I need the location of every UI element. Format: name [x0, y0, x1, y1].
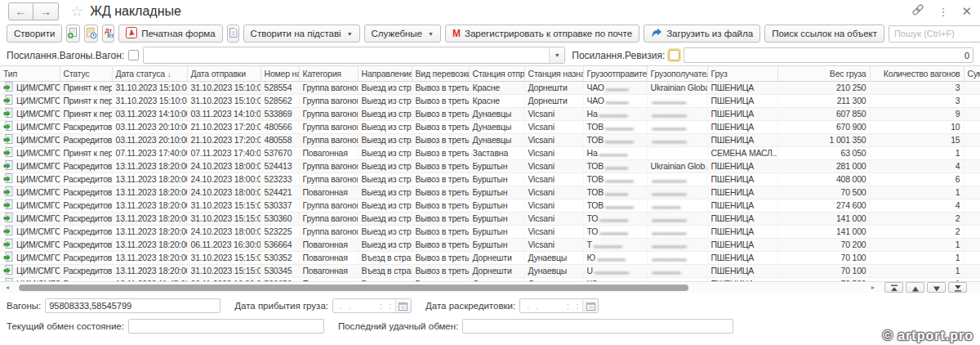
calendar-icon[interactable] [582, 299, 598, 312]
cell-shipper: ТОВ▬▬▬▬▬ [583, 199, 647, 212]
cell-status: Принят к перев... [60, 94, 112, 107]
column-header-9[interactable]: Станция назнач... [524, 66, 583, 81]
current-exchange-input[interactable] [128, 319, 324, 334]
table-row[interactable]: ЦИМ/СМГСРаскредитован13.11.2023 18:20:00… [0, 251, 980, 264]
favorite-star-icon[interactable]: ☆ [70, 2, 83, 20]
cell-send-date: 21.10.2023 17:20:00 [187, 120, 261, 133]
wagons-input[interactable] [45, 298, 220, 313]
cell-direction: Выезд из страны [358, 238, 412, 251]
column-header-3[interactable]: Дата отправки [187, 66, 261, 81]
cell-transport-kind: Вывоз в третьи ... [412, 277, 469, 281]
cell-direction: Выезд из страны [358, 225, 412, 238]
cell-status-date: 13.11.2023 18:20:00 [112, 172, 187, 186]
column-header-8[interactable]: Станция отправ... [469, 66, 524, 81]
back-button[interactable]: ← [8, 2, 33, 20]
table-row[interactable]: ЦИМ/СМГСРаскредитован13.11.2023 18:20:00… [0, 212, 980, 225]
column-header-13[interactable]: Вес груза [777, 66, 870, 81]
forward-button[interactable]: → [33, 2, 59, 20]
calendar-icon[interactable] [395, 299, 411, 312]
go-last-row-button[interactable] [948, 282, 967, 293]
table-row[interactable]: ЦИМ/СМГСРаскредитован13.11.2023 18:20:00… [0, 159, 980, 172]
cell-direction: Выезд из страны [358, 81, 412, 94]
cell-send-date: 24.10.2023 18:00:00 [187, 159, 261, 172]
close-icon[interactable]: ✕ [961, 4, 972, 19]
cell-status-date: 03.11.2023 20:10:00 [112, 133, 187, 146]
service-menu-button[interactable]: Служебные▼ [364, 25, 441, 43]
cell-station-to: Дорнешти [524, 81, 583, 94]
column-header-10[interactable]: Грузоотправите... [583, 66, 647, 81]
table-row[interactable]: ЦИМ/СМГСРаскредитован18.11.2023 11:45:00… [0, 277, 980, 281]
cell-consignee: ▬▬▬▬▬▬ [647, 120, 707, 133]
revision-filter-input[interactable] [684, 47, 973, 63]
document-button[interactable] [227, 25, 239, 43]
table-row[interactable]: ЦИМ/СМГСПринят к перев...31.10.2023 15:1… [0, 94, 980, 107]
column-header-6[interactable]: Направление [358, 66, 412, 81]
column-header-11[interactable]: Грузополучатель [647, 66, 707, 81]
search-links-button[interactable]: Поиск ссылок на объект [764, 25, 884, 43]
create-button[interactable]: Створити [7, 25, 62, 43]
scroll-right-icon[interactable]: ► [868, 285, 878, 290]
cell-number: 480558 [261, 133, 299, 146]
column-header-14[interactable]: Количество вагонов [870, 66, 964, 81]
print-form-button[interactable]: Печатная форма [118, 25, 222, 43]
column-header-2[interactable]: Дата статуса↓ [112, 66, 187, 81]
arrival-date-input[interactable] [333, 299, 395, 312]
table-row[interactable]: ЦИМ/СМГСПринят к перев...31.10.2023 15:1… [0, 81, 980, 94]
column-header-5[interactable]: Категория [299, 66, 358, 81]
table-row[interactable]: ЦИМ/СМГСРаскредитован13.11.2023 18:20:00… [0, 264, 980, 277]
cell-consignee: ▬▬▬▬▬▬ [647, 277, 707, 281]
table-row[interactable]: ЦИМ/СМГСРаскредитован13.11.2023 18:20:00… [0, 186, 980, 199]
cell-shipper: ТОВ▬▬▬▬ [583, 186, 647, 199]
revision-filter-checkbox[interactable] [669, 50, 679, 60]
change-history-button[interactable] [84, 25, 98, 43]
kebab-menu-icon[interactable]: ⋮ [938, 6, 948, 18]
scrollbar-thumb[interactable] [19, 285, 688, 291]
row-down-button[interactable] [927, 282, 946, 293]
scroll-left-icon[interactable]: ◄ [2, 285, 12, 290]
back-arrow-icon: ← [16, 5, 27, 18]
wagon-filter-checkbox[interactable] [128, 50, 139, 60]
table-row[interactable]: ЦИМ/СМГСРаскредитован13.11.2023 18:20:00… [0, 225, 980, 238]
copy-document-button[interactable] [66, 25, 80, 43]
posted-document-icon [3, 265, 14, 277]
cell-weight: 70 200 [777, 238, 870, 251]
go-bottom-icon [954, 280, 962, 295]
search-input[interactable] [889, 25, 980, 43]
dtkt-postings-button[interactable]: ДтКт [102, 25, 114, 43]
column-header-12[interactable]: Груз [707, 66, 777, 81]
cell-cargo: ПШЕНИЦА [707, 264, 777, 277]
column-header-4[interactable]: Номер накл... [261, 66, 299, 81]
column-header-7[interactable]: Вид перевозки [412, 66, 469, 81]
table-row[interactable]: ЦИМ/СМГСРаскредитован13.11.2023 18:20:00… [0, 172, 980, 186]
load-from-file-button[interactable]: Загрузить из файла [644, 25, 760, 43]
posted-document-icon [3, 108, 14, 120]
register-mail-button[interactable]: M Зарегистрировать к отправке по почте [445, 25, 639, 43]
table-row[interactable]: ЦИМ/СМГСРаскредитован13.11.2023 18:20:00… [0, 199, 980, 212]
cell-station-from: Красне [469, 94, 524, 107]
column-header-15[interactable]: Сумм... [964, 66, 980, 81]
link-icon[interactable] [911, 3, 924, 20]
cell-status: Принят к перев... [60, 146, 112, 159]
table-row[interactable]: ЦИМ/СМГСРаскредитован03.11.2023 20:10:00… [0, 120, 980, 133]
go-first-row-button[interactable] [884, 282, 903, 293]
table-row[interactable]: ЦИМ/СМГСРаскредитован03.11.2023 20:10:00… [0, 133, 980, 146]
table-row[interactable]: ЦИМ/СМГСПринят к перев...03.11.2023 14:1… [0, 107, 980, 120]
row-up-button[interactable] [906, 282, 924, 293]
column-header-0[interactable]: Тип [0, 66, 60, 81]
table-row[interactable]: ЦИМ/СМГСПринят к перев...07.11.2023 17:4… [0, 146, 980, 159]
combo-dropdown-button[interactable]: ▼ [549, 47, 564, 63]
scrollbar-track[interactable] [12, 284, 868, 292]
table-row[interactable]: ЦИМ/СМГСРаскредитован13.11.2023 18:20:00… [0, 238, 980, 251]
cell-status-date: 13.11.2023 18:20:00 [112, 212, 187, 225]
create-based-on-button[interactable]: Створити на підставі▼ [243, 25, 360, 43]
last-exchange-input[interactable] [462, 319, 733, 334]
uncredit-date-input[interactable] [520, 299, 582, 312]
cell-station-to: Vicsani [524, 225, 583, 238]
cell-station-from: Бурштын [469, 186, 524, 199]
column-header-1[interactable]: Статус [60, 66, 112, 81]
cell-direction: Въезд в страну [358, 277, 412, 281]
cell-number: 524421 [261, 186, 299, 199]
table-header-row: ТипСтатусДата статуса↓Дата отправкиНомер… [0, 66, 980, 81]
cell-cargo: ПШЕНИЦА [707, 133, 777, 146]
wagon-filter-input[interactable] [144, 47, 549, 63]
